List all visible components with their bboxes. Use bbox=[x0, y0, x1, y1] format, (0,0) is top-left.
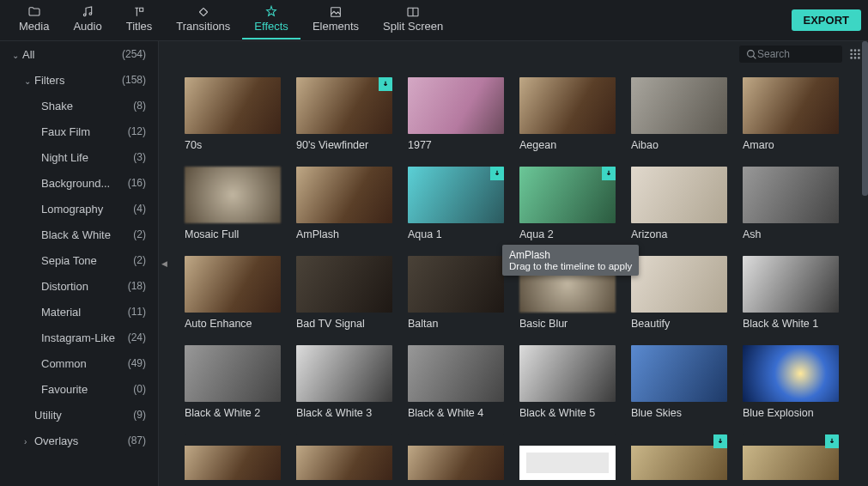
effect-card[interactable]: Aqua 2 bbox=[519, 167, 616, 240]
effect-card[interactable]: Aibao bbox=[631, 77, 727, 151]
effect-card[interactable] bbox=[631, 434, 727, 486]
effect-label: Aqua 1 bbox=[408, 228, 504, 240]
tab-effects[interactable]: Effects bbox=[242, 1, 300, 39]
download-icon[interactable] bbox=[490, 167, 504, 180]
tab-elements[interactable]: Elements bbox=[300, 1, 371, 39]
download-icon[interactable] bbox=[602, 167, 616, 180]
effect-card[interactable] bbox=[408, 434, 504, 486]
svg-point-12 bbox=[858, 53, 860, 56]
effect-card[interactable]: Ash bbox=[743, 167, 839, 240]
effect-thumbnail bbox=[185, 77, 281, 134]
effect-card[interactable]: Mosaic Full bbox=[185, 167, 281, 240]
sidebar-item-common[interactable]: Common(49) bbox=[0, 350, 158, 376]
effect-thumbnail bbox=[631, 345, 727, 402]
effect-card[interactable]: Auto Enhance bbox=[185, 256, 281, 330]
search-box[interactable] bbox=[739, 46, 842, 63]
chevron-right-icon: › bbox=[24, 437, 33, 447]
effect-card[interactable]: Black & White 2 bbox=[185, 345, 281, 419]
grid-view-icon[interactable] bbox=[849, 48, 861, 60]
svg-point-14 bbox=[854, 57, 857, 59]
sidebar-item-all[interactable]: ⌄All(254) bbox=[0, 41, 158, 67]
effect-card[interactable]: Black & White 4 bbox=[408, 345, 504, 419]
download-icon[interactable] bbox=[825, 434, 839, 448]
effect-card[interactable]: Aqua 1 bbox=[408, 167, 504, 240]
tab-titles[interactable]: Titles bbox=[114, 1, 165, 39]
effect-label: Ash bbox=[743, 228, 839, 240]
tab-split-screen[interactable]: Split Screen bbox=[371, 1, 455, 39]
sidebar-item-background-[interactable]: Background...(16) bbox=[0, 170, 158, 196]
sidebar-item-count: (11) bbox=[128, 306, 146, 318]
search-input[interactable] bbox=[757, 48, 835, 60]
effect-card[interactable] bbox=[185, 434, 281, 486]
sidebar-item-shake[interactable]: Shake(8) bbox=[0, 93, 158, 118]
sidebar-item-favourite[interactable]: Favourite(0) bbox=[0, 376, 158, 402]
tab-icon bbox=[328, 4, 343, 20]
sidebar-item-count: (49) bbox=[128, 357, 146, 369]
effect-card[interactable]: AmPlash bbox=[296, 167, 392, 240]
effects-grid: 70s90's Viewfinder1977AegeanAibaoAmaroMo… bbox=[185, 77, 865, 486]
tab-icon bbox=[80, 4, 95, 20]
effect-thumbnail bbox=[519, 167, 616, 223]
effect-card[interactable] bbox=[296, 434, 392, 486]
effect-label: Black & White 5 bbox=[519, 407, 616, 419]
tab-label: Titles bbox=[126, 20, 153, 33]
sidebar-item-lomography[interactable]: Lomography(4) bbox=[0, 196, 158, 222]
effect-card[interactable]: Blue Explosion bbox=[743, 345, 839, 419]
effect-card[interactable]: Black & White 5 bbox=[519, 345, 616, 419]
effect-card[interactable]: Arizona bbox=[631, 167, 727, 240]
effect-label: Baltan bbox=[408, 318, 504, 330]
effect-label: 90's Viewfinder bbox=[296, 139, 392, 151]
effect-thumbnail bbox=[296, 77, 392, 134]
effect-card[interactable]: Blue Skies bbox=[631, 345, 727, 419]
vertical-scrollbar[interactable] bbox=[862, 41, 868, 196]
effect-card[interactable]: Black & White 3 bbox=[296, 345, 392, 419]
export-button[interactable]: EXPORT bbox=[792, 9, 861, 31]
effect-card[interactable] bbox=[519, 434, 616, 486]
effect-label: Blue Skies bbox=[631, 407, 727, 419]
sidebar-item-instagram-like[interactable]: Instagram-Like(24) bbox=[0, 325, 158, 350]
effect-card[interactable]: Aegean bbox=[519, 77, 616, 151]
sidebar-item-utility[interactable]: Utility(9) bbox=[0, 402, 158, 428]
sidebar-item-night-life[interactable]: Night Life(3) bbox=[0, 144, 158, 170]
effect-thumbnail bbox=[185, 434, 281, 486]
effect-label: Black & White 3 bbox=[296, 407, 392, 419]
tab-label: Media bbox=[19, 20, 49, 33]
effect-label: Black & White 2 bbox=[185, 407, 281, 419]
effect-card[interactable]: Black & White 1 bbox=[743, 256, 839, 330]
effect-label: 1977 bbox=[408, 139, 504, 151]
tab-audio[interactable]: Audio bbox=[61, 1, 113, 39]
sidebar-item-filters[interactable]: ⌄Filters(158) bbox=[0, 67, 158, 93]
effect-label: Blue Explosion bbox=[743, 407, 839, 419]
effect-card[interactable]: Beautify bbox=[631, 256, 727, 330]
effect-thumbnail bbox=[743, 77, 839, 134]
sidebar-item-black-white[interactable]: Black & White(2) bbox=[0, 222, 158, 247]
effect-thumbnail bbox=[408, 167, 504, 223]
sidebar-collapse-handle[interactable]: ◀ bbox=[159, 41, 169, 486]
effect-card[interactable]: 90's Viewfinder bbox=[296, 77, 392, 151]
sidebar-item-label: Distortion bbox=[41, 280, 88, 293]
effect-label: Basic Blur bbox=[519, 318, 616, 330]
sidebar-item-sepia-tone[interactable]: Sepia Tone(2) bbox=[0, 247, 158, 273]
effect-card[interactable]: Bad TV Signal bbox=[296, 256, 392, 330]
effect-thumbnail bbox=[296, 167, 392, 223]
sidebar-item-distortion[interactable]: Distortion(18) bbox=[0, 273, 158, 299]
sidebar-item-material[interactable]: Material(11) bbox=[0, 299, 158, 325]
tab-media[interactable]: Media bbox=[7, 1, 61, 39]
effect-label: Black & White 4 bbox=[408, 407, 504, 419]
effect-thumbnail bbox=[185, 167, 281, 223]
sidebar-item-count: (4) bbox=[133, 203, 146, 215]
topbar: MediaAudioTitlesTransitionsEffectsElemen… bbox=[0, 0, 868, 41]
tab-transitions[interactable]: Transitions bbox=[164, 1, 242, 39]
effect-card[interactable]: 70s bbox=[185, 77, 281, 151]
sidebar-item-label: Common bbox=[41, 357, 87, 370]
effect-card[interactable] bbox=[743, 434, 839, 486]
effect-card[interactable]: Baltan bbox=[408, 256, 504, 330]
download-icon[interactable] bbox=[379, 77, 392, 91]
effect-card[interactable]: Amaro bbox=[743, 77, 839, 151]
sidebar-item-overlays[interactable]: ›Overlays(87) bbox=[0, 428, 158, 453]
effect-card[interactable]: 1977 bbox=[408, 77, 504, 151]
sidebar-item-faux-film[interactable]: Faux Film(12) bbox=[0, 118, 158, 144]
download-icon[interactable] bbox=[713, 434, 727, 448]
tab-label: Audio bbox=[73, 20, 101, 33]
sidebar-item-count: (9) bbox=[133, 409, 146, 421]
